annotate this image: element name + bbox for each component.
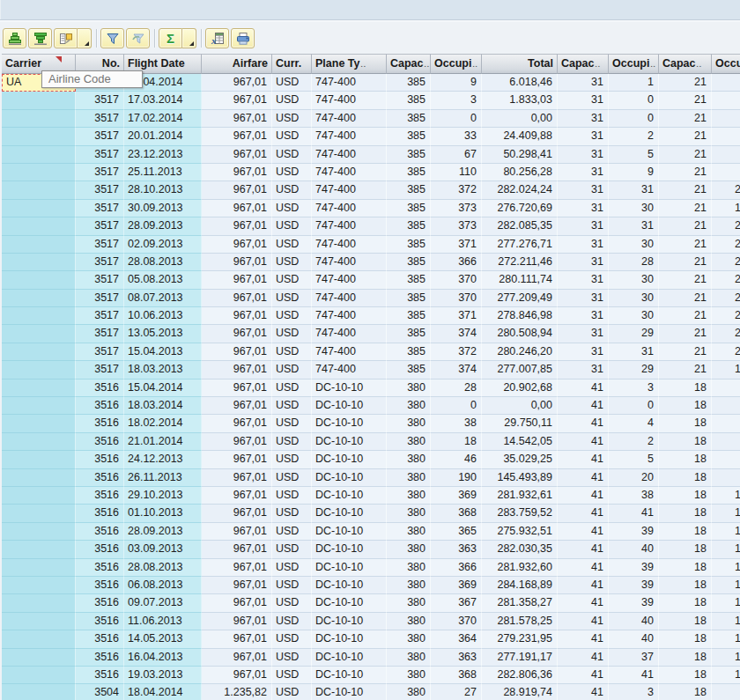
cell-occupied-bus[interactable]: 30 xyxy=(609,236,659,254)
cell-plane-type[interactable]: 747-400 xyxy=(312,307,387,325)
cell-capacity-econ[interactable]: 385 xyxy=(387,181,431,199)
cell-currency[interactable]: USD xyxy=(272,110,312,128)
cell-airfare[interactable]: 967,01 xyxy=(202,559,272,577)
column-header-capacity-econ[interactable]: Capac.. xyxy=(387,54,431,74)
cell-occupied-first[interactable]: 20 xyxy=(712,290,740,307)
cell-carrier[interactable] xyxy=(2,613,76,630)
cell-currency[interactable]: USD xyxy=(272,630,312,648)
cell-occupied-econ[interactable]: 368 xyxy=(431,667,482,684)
cell-flight-date[interactable]: 21.01.2014 xyxy=(124,433,202,451)
cell-flight-date[interactable]: 18.02.2014 xyxy=(124,415,202,432)
cell-occupied-first[interactable]: 16 xyxy=(712,523,740,541)
cell-capacity-bus[interactable]: 31 xyxy=(558,164,609,181)
cell-total[interactable]: 145.493,89 xyxy=(482,469,558,487)
cell-flight-date[interactable]: 09.07.2013 xyxy=(124,594,202,612)
cell-capacity-bus[interactable]: 31 xyxy=(558,236,609,254)
cell-flight-date[interactable]: 18.04.2014 xyxy=(124,684,202,700)
cell-flight-date[interactable]: 15.04.2014 xyxy=(124,379,202,397)
cell-flight-date[interactable]: 28.09.2013 xyxy=(124,523,202,541)
cell-currency[interactable]: USD xyxy=(272,325,312,343)
cell-occupied-econ[interactable]: 371 xyxy=(431,307,482,325)
cell-capacity-first[interactable]: 18 xyxy=(659,433,712,451)
cell-no[interactable]: 3516 xyxy=(76,469,124,487)
cell-plane-type[interactable]: DC-10-10 xyxy=(312,451,387,468)
cell-flight-date[interactable]: 18.03.2013 xyxy=(124,361,202,379)
cell-plane-type[interactable]: DC-10-10 xyxy=(312,487,387,505)
cell-currency[interactable]: USD xyxy=(272,236,312,254)
cell-carrier[interactable] xyxy=(2,164,76,181)
cell-occupied-first[interactable]: 0 xyxy=(712,110,740,128)
cell-capacity-first[interactable]: 18 xyxy=(659,469,712,487)
cell-airfare[interactable]: 967,01 xyxy=(202,92,272,109)
cell-currency[interactable]: USD xyxy=(272,74,312,92)
cell-airfare[interactable]: 967,01 xyxy=(202,290,272,307)
cell-carrier[interactable] xyxy=(2,649,76,667)
cell-total[interactable]: 0,00 xyxy=(482,397,558,415)
cell-plane-type[interactable]: DC-10-10 xyxy=(312,559,387,577)
cell-currency[interactable]: USD xyxy=(272,254,312,271)
cell-occupied-first[interactable]: 21 xyxy=(712,217,740,235)
cell-currency[interactable]: USD xyxy=(272,541,312,558)
cell-capacity-econ[interactable]: 385 xyxy=(387,92,431,109)
cell-no[interactable]: 3516 xyxy=(76,613,124,630)
cell-total[interactable]: 6.018,46 xyxy=(482,74,558,92)
cell-plane-type[interactable]: DC-10-10 xyxy=(312,469,387,487)
cell-capacity-first[interactable]: 18 xyxy=(659,487,712,505)
cell-occupied-econ[interactable]: 3 xyxy=(431,92,482,109)
cell-occupied-econ[interactable]: 372 xyxy=(431,343,482,361)
cell-airfare[interactable]: 967,01 xyxy=(202,505,272,522)
cell-currency[interactable]: USD xyxy=(272,379,312,397)
cell-capacity-bus[interactable]: 31 xyxy=(558,343,609,361)
cell-occupied-first[interactable]: 1 xyxy=(712,684,740,700)
cell-plane-type[interactable]: DC-10-10 xyxy=(312,667,387,684)
cell-no[interactable]: 3516 xyxy=(76,415,124,432)
cell-occupied-first[interactable]: 20 xyxy=(712,343,740,361)
cell-plane-type[interactable]: DC-10-10 xyxy=(312,415,387,432)
cell-flight-date[interactable]: 28.09.2013 xyxy=(124,217,202,235)
cell-carrier[interactable] xyxy=(2,523,76,541)
cell-airfare[interactable]: 967,01 xyxy=(202,254,272,271)
cell-capacity-econ[interactable]: 385 xyxy=(387,236,431,254)
cell-capacity-bus[interactable]: 41 xyxy=(558,594,609,612)
cell-capacity-econ[interactable]: 380 xyxy=(387,379,431,397)
cell-no[interactable]: 3516 xyxy=(76,397,124,415)
cell-occupied-first[interactable]: 21 xyxy=(712,325,740,343)
cell-capacity-econ[interactable]: 380 xyxy=(387,594,431,612)
cell-occupied-bus[interactable]: 30 xyxy=(609,271,659,289)
cell-flight-date[interactable]: 16.04.2013 xyxy=(124,649,202,667)
cell-occupied-econ[interactable]: 363 xyxy=(431,541,482,558)
cell-occupied-econ[interactable]: 373 xyxy=(431,217,482,235)
cell-airfare[interactable]: 967,01 xyxy=(202,110,272,128)
cell-capacity-bus[interactable]: 41 xyxy=(558,559,609,577)
column-header-occupied-first[interactable]: Occupi.. xyxy=(712,54,740,74)
cell-flight-date[interactable]: 20.01.2014 xyxy=(124,128,202,145)
cell-capacity-econ[interactable]: 380 xyxy=(387,541,431,558)
cell-flight-date[interactable]: 03.09.2013 xyxy=(124,541,202,558)
cell-total[interactable]: 281.932,61 xyxy=(482,487,558,505)
cell-total[interactable]: 35.029,25 xyxy=(482,451,558,468)
cell-flight-date[interactable]: 19.03.2013 xyxy=(124,667,202,684)
cell-currency[interactable]: USD xyxy=(272,128,312,145)
cell-capacity-bus[interactable]: 31 xyxy=(558,361,609,379)
cell-occupied-bus[interactable]: 0 xyxy=(609,92,659,109)
cell-no[interactable]: 3516 xyxy=(76,379,124,397)
cell-plane-type[interactable]: DC-10-10 xyxy=(312,649,387,667)
column-header-airfare[interactable]: Airfare xyxy=(202,54,272,74)
cell-capacity-econ[interactable]: 380 xyxy=(387,505,431,522)
cell-carrier[interactable] xyxy=(2,469,76,487)
cell-no[interactable]: 3517 xyxy=(76,290,124,307)
cell-occupied-bus[interactable]: 40 xyxy=(609,541,659,558)
cell-plane-type[interactable]: DC-10-10 xyxy=(312,541,387,558)
cell-no[interactable]: 3516 xyxy=(76,433,124,451)
cell-capacity-bus[interactable]: 41 xyxy=(558,541,609,558)
cell-currency[interactable]: USD xyxy=(272,594,312,612)
cell-currency[interactable]: USD xyxy=(272,684,312,700)
cell-currency[interactable]: USD xyxy=(272,217,312,235)
cell-capacity-first[interactable]: 18 xyxy=(659,577,712,594)
cell-total[interactable]: 283.759,52 xyxy=(482,505,558,522)
cell-occupied-first[interactable]: 1 xyxy=(712,433,740,451)
cell-occupied-bus[interactable]: 20 xyxy=(609,469,659,487)
cell-plane-type[interactable]: 747-400 xyxy=(312,200,387,217)
cell-occupied-bus[interactable]: 4 xyxy=(609,415,659,432)
cell-currency[interactable]: USD xyxy=(272,164,312,181)
